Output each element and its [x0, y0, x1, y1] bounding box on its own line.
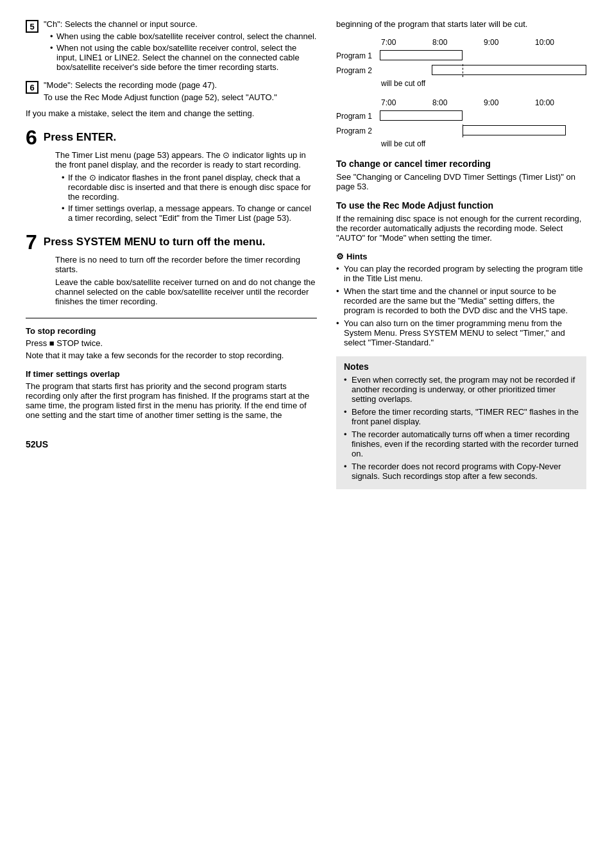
step-6-title: Press ENTER.: [44, 127, 116, 144]
change-cancel-body: See "Changing or Canceling DVD Timer Set…: [336, 172, 586, 191]
divider: [26, 318, 317, 318]
item-5-bullet-2: When not using the cable box/satellite r…: [50, 43, 317, 72]
chart-1-labels: 7:00 8:00 9:00 10:00: [381, 38, 586, 47]
hints-icon: ⚙: [336, 252, 344, 261]
item-5-content: "Ch": Selects the channel or input sourc…: [44, 19, 317, 74]
chart-1-prog2-row: Program 2: [336, 64, 586, 77]
step-6-body: The Timer List menu (page 53) appears. T…: [55, 150, 317, 223]
hints-section: ⚙ Hints You can play the recorded progra…: [336, 252, 586, 347]
item-5: 5 "Ch": Selects the channel or input sou…: [26, 19, 317, 74]
chart-2-prog2-bar: [463, 125, 566, 135]
stop-recording-section: To stop recording Press ■ STOP twice. No…: [26, 326, 317, 360]
chart-1-dashed-line: [463, 64, 463, 77]
item-5-title: "Ch": Selects the channel or input sourc…: [44, 19, 317, 29]
note-4: The recorder does not record programs wi…: [344, 462, 579, 481]
chart-2-prog2-bars: [380, 125, 586, 137]
step-7-title: Press SYSTEM MENU to turn off the menu.: [44, 232, 266, 248]
chart-1-prog2-bars: [380, 64, 586, 77]
step-7-body: There is no need to turn off the recorde…: [55, 255, 317, 306]
item-5-bullets: When using the cable box/satellite recei…: [50, 31, 317, 72]
item-6-title: "Mode": Selects the recording mode (page…: [44, 80, 317, 90]
chart-2-time2: 8:00: [432, 98, 484, 107]
hint-3: You can also turn on the timer programmi…: [336, 318, 586, 347]
notes-list: Even when correctly set, the program may…: [344, 375, 579, 481]
item-5-bullet-1: When using the cable box/satellite recei…: [50, 31, 317, 41]
chart-2-prog1-bars: [380, 110, 586, 123]
step-7-body-1: There is no need to turn off the recorde…: [55, 255, 317, 274]
stop-recording-title: To stop recording: [26, 326, 317, 336]
chart-1-prog1-bar: [380, 50, 463, 60]
hints-title: ⚙ Hints: [336, 252, 586, 261]
step-7: 7 Press SYSTEM MENU to turn off the menu…: [26, 232, 317, 306]
chart-2-prog1-bar: [380, 110, 463, 121]
chart-2-dashed-line: [463, 125, 463, 137]
chart-1-cut-label: will be cut off: [381, 79, 586, 88]
chart-2-time1: 7:00: [381, 98, 432, 107]
rec-mode-adjust-title: To use the Rec Mode Adjust function: [336, 200, 586, 211]
note-1: Even when correctly set, the program may…: [344, 375, 579, 404]
page-layout: 5 "Ch": Selects the channel or input sou…: [26, 19, 586, 496]
chart-2-prog2-row: Program 2: [336, 125, 586, 137]
item-6-content: "Mode": Selects the recording mode (page…: [44, 80, 317, 102]
hint-1: You can play the recorded program by sel…: [336, 264, 586, 283]
item-5-number: 5: [26, 20, 38, 33]
right-column: beginning of the program that starts lat…: [336, 19, 586, 496]
item-6-body: To use the Rec Mode Adjust function (pag…: [44, 92, 317, 102]
chart-1-prog1-bars: [380, 49, 586, 62]
chart-1-prog2-bar: [432, 65, 587, 75]
chart-2-time3: 9:00: [484, 98, 535, 107]
mistake-note: If you make a mistake, select the item a…: [26, 108, 317, 118]
note-3: The recorder automatically turns off whe…: [344, 430, 579, 458]
chart-1-time4: 10:00: [535, 38, 586, 47]
timer-overlap-section: If timer settings overlap The program th…: [26, 369, 317, 420]
step-7-body-2: Leave the cable box/satellite receiver t…: [55, 277, 317, 306]
step-6-bullets: If the ⊙ indicator flashes in the front …: [62, 173, 317, 223]
step-7-number: 7: [26, 232, 37, 252]
stop-recording-body2: Note that it may take a few seconds for …: [26, 351, 317, 360]
page-number: 52US: [26, 439, 317, 449]
step-6-bullet-2: If timer settings overlap, a message app…: [62, 204, 317, 223]
chart-1-time2: 8:00: [432, 38, 484, 47]
chart-1-prog1-label: Program 1: [336, 51, 380, 60]
chart-2-prog2-label: Program 2: [336, 126, 380, 135]
chart-1-prog1-row: Program 1: [336, 49, 586, 62]
rec-mode-adjust-body: If the remaining disc space is not enoug…: [336, 214, 586, 243]
step-6-body-1: The Timer List menu (page 53) appears. T…: [55, 150, 317, 169]
hints-list: You can play the recorded program by sel…: [336, 264, 586, 347]
chart-2-prog1-row: Program 1: [336, 110, 586, 123]
chart-2: 7:00 8:00 9:00 10:00 Program 1 Program 2…: [336, 98, 586, 148]
chart-2-prog1-label: Program 1: [336, 112, 380, 121]
rec-mode-adjust-section: To use the Rec Mode Adjust function If t…: [336, 200, 586, 243]
hint-2: When the start time and the channel or i…: [336, 286, 586, 315]
change-cancel-title: To change or cancel timer recording: [336, 159, 586, 169]
chart-1-time3: 9:00: [484, 38, 535, 47]
notes-box: Notes Even when correctly set, the progr…: [336, 356, 586, 489]
step-6-header: 6 Press ENTER.: [26, 127, 317, 148]
step-7-header: 7 Press SYSTEM MENU to turn off the menu…: [26, 232, 317, 252]
left-column: 5 "Ch": Selects the channel or input sou…: [26, 19, 317, 496]
item-6: 6 "Mode": Selects the recording mode (pa…: [26, 80, 317, 102]
chart-2-labels: 7:00 8:00 9:00 10:00: [381, 98, 586, 107]
timer-overlap-title: If timer settings overlap: [26, 369, 317, 379]
chart-1-time1: 7:00: [381, 38, 432, 47]
chart-1: 7:00 8:00 9:00 10:00 Program 1 Program 2: [336, 38, 586, 88]
hints-title-text: Hints: [346, 252, 368, 261]
note-2: Before the timer recording starts, "TIME…: [344, 407, 579, 426]
chart-2-time4: 10:00: [535, 98, 586, 107]
notes-title: Notes: [344, 361, 579, 372]
step-6-number: 6: [26, 127, 37, 148]
item-6-number: 6: [26, 81, 38, 94]
step-6-bullet-1: If the ⊙ indicator flashes in the front …: [62, 173, 317, 202]
chart-2-cut-label: will be cut off: [381, 139, 586, 148]
step-6: 6 Press ENTER. The Timer List menu (page…: [26, 127, 317, 223]
chart-intro: beginning of the program that starts lat…: [336, 19, 586, 29]
change-cancel-section: To change or cancel timer recording See …: [336, 159, 586, 191]
chart-1-prog2-label: Program 2: [336, 66, 380, 75]
timer-overlap-body: The program that starts first has priori…: [26, 381, 317, 420]
stop-recording-body1: Press ■ STOP twice.: [26, 338, 317, 348]
